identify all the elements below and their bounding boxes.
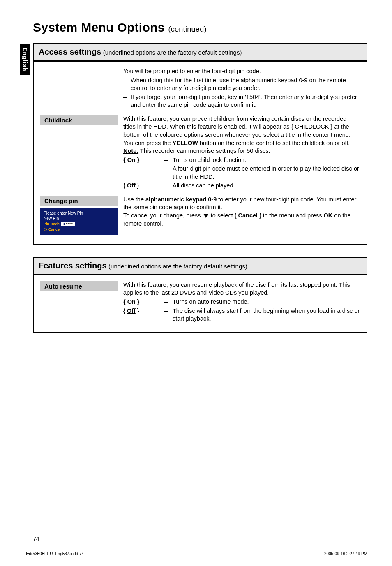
down-arrow-icon [203,214,208,218]
childlock-on-text: Turns on child lock function. [173,156,360,164]
childlock-on-text2: A four-digit pin code must be entered in… [173,165,360,181]
pin-entry-screenshot: Please enter New Pin New Pin Pin Code **… [40,208,118,235]
crop-mark [368,7,368,16]
childlock-row: Childlock With this feature, you can pre… [40,115,360,190]
radio-icon [44,228,47,231]
title-underline [33,37,367,37]
intro-bullet: When doing this for the first time, use … [123,76,360,92]
changepin-text2: To cancel your change, press to select {… [123,212,351,227]
page-title: System Menu Options (continued) [33,21,367,35]
autoresume-row: Auto resume With this feature, you can r… [40,281,360,323]
print-footer: dvdr5350H_EU_Eng537.indd 74 2005-09-16 2… [25,552,367,556]
changepin-row: Change pin Please enter New Pin New Pin … [40,196,360,235]
autoresume-off-text: The disc will always start from the begi… [173,307,360,323]
crop-mark [24,550,24,559]
childlock-on-option: { On } [123,156,163,164]
features-settings-header: Features settings (underlined options ar… [34,258,367,275]
intro-row: You will be prompted to enter the four-d… [40,67,360,109]
childlock-label: Childlock [40,115,118,125]
language-tab: English [20,44,30,75]
access-settings-panel: Access settings (underlined options are … [33,43,367,245]
changepin-label: Change pin [40,196,118,206]
crop-mark [24,7,24,16]
access-settings-header: Access settings (underlined options are … [34,44,367,62]
left-arrow-icon [63,222,65,226]
childlock-note: Note: This recorder can memorise setting… [123,148,270,154]
autoresume-off-option: { Off } [123,307,163,315]
autoresume-on-option: { On } [123,298,163,306]
features-settings-panel: Features settings (underlined options ar… [33,257,367,333]
page-number: 74 [33,536,39,542]
childlock-off-option: { Off } [123,182,163,190]
autoresume-on-text: Turns on auto resume mode. [173,298,360,306]
autoresume-text: With this feature, you can resume playba… [123,282,350,296]
changepin-text1: Use the alphanumeric keypad 0-9 to enter… [123,196,356,211]
childlock-text: With this feature, you can prevent child… [123,116,350,146]
intro-bullet: If you forget your four-digit pin code, … [123,93,360,109]
childlock-off-text: All discs can be played. [173,182,360,190]
autoresume-label: Auto resume [40,281,118,291]
intro-text: You will be prompted to enter the four-d… [123,68,261,74]
